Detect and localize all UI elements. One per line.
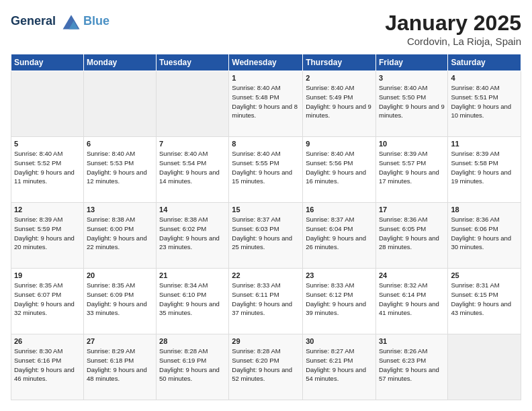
day-number: 21 [159, 271, 226, 279]
day-number: 28 [159, 337, 226, 345]
day-number: 23 [306, 271, 373, 279]
day-info: Sunrise: 8:40 AMSunset: 5:48 PMDaylight:… [232, 83, 300, 120]
day-number: 2 [306, 74, 373, 82]
table-row: 18Sunrise: 8:36 AMSunset: 6:06 PMDayligh… [448, 203, 521, 269]
day-number: 19 [14, 271, 81, 279]
day-number: 24 [379, 271, 445, 279]
day-info: Sunrise: 8:34 AMSunset: 6:10 PMDaylight:… [159, 281, 226, 318]
title-block: January 2025 Cordovin, La Rioja, Spain [385, 11, 521, 47]
day-number: 4 [451, 74, 518, 82]
header: General Blue January 2025 Cordovin, La R… [11, 11, 521, 47]
day-info: Sunrise: 8:33 AMSunset: 6:12 PMDaylight:… [306, 281, 373, 318]
day-number: 26 [14, 337, 81, 345]
table-row: 2Sunrise: 8:40 AMSunset: 5:49 PMDaylight… [303, 71, 376, 137]
day-number: 6 [87, 140, 153, 148]
table-row: 26Sunrise: 8:30 AMSunset: 6:16 PMDayligh… [11, 334, 84, 400]
calendar-week-row: 12Sunrise: 8:39 AMSunset: 5:59 PMDayligh… [11, 203, 521, 269]
day-number: 3 [379, 74, 445, 82]
table-row: 11Sunrise: 8:39 AMSunset: 5:58 PMDayligh… [448, 137, 521, 203]
day-number: 29 [232, 337, 300, 345]
table-row: 12Sunrise: 8:39 AMSunset: 5:59 PMDayligh… [11, 203, 84, 269]
day-info: Sunrise: 8:40 AMSunset: 5:52 PMDaylight:… [14, 149, 81, 186]
day-number: 25 [451, 271, 518, 279]
day-number: 15 [232, 205, 300, 214]
day-info: Sunrise: 8:40 AMSunset: 5:55 PMDaylight:… [232, 149, 300, 186]
table-row: 7Sunrise: 8:40 AMSunset: 5:54 PMDaylight… [157, 137, 229, 203]
calendar-week-row: 5Sunrise: 8:40 AMSunset: 5:52 PMDaylight… [11, 137, 521, 203]
table-row: 20Sunrise: 8:35 AMSunset: 6:09 PMDayligh… [83, 269, 156, 334]
day-number: 17 [379, 205, 445, 214]
table-row: 17Sunrise: 8:36 AMSunset: 6:05 PMDayligh… [375, 203, 447, 269]
table-row: 10Sunrise: 8:39 AMSunset: 5:57 PMDayligh… [375, 137, 447, 203]
day-number: 8 [232, 140, 300, 148]
table-row: 24Sunrise: 8:32 AMSunset: 6:14 PMDayligh… [375, 269, 447, 334]
table-row [83, 71, 156, 137]
day-info: Sunrise: 8:36 AMSunset: 6:05 PMDaylight:… [379, 215, 445, 252]
calendar-week-row: 26Sunrise: 8:30 AMSunset: 6:16 PMDayligh… [11, 334, 521, 400]
day-info: Sunrise: 8:26 AMSunset: 6:23 PMDaylight:… [379, 347, 445, 383]
col-thursday: Thursday [303, 54, 376, 71]
table-row: 31Sunrise: 8:26 AMSunset: 6:23 PMDayligh… [375, 334, 447, 400]
day-number: 30 [306, 337, 373, 345]
col-wednesday: Wednesday [229, 54, 303, 71]
day-info: Sunrise: 8:29 AMSunset: 6:18 PMDaylight:… [87, 347, 153, 383]
table-row: 29Sunrise: 8:28 AMSunset: 6:20 PMDayligh… [229, 334, 303, 400]
day-info: Sunrise: 8:37 AMSunset: 6:03 PMDaylight:… [232, 215, 300, 252]
day-info: Sunrise: 8:35 AMSunset: 6:09 PMDaylight:… [87, 281, 153, 318]
day-info: Sunrise: 8:40 AMSunset: 5:53 PMDaylight:… [87, 149, 153, 186]
day-info: Sunrise: 8:37 AMSunset: 6:04 PMDaylight:… [306, 215, 373, 252]
day-info: Sunrise: 8:40 AMSunset: 5:56 PMDaylight:… [306, 149, 373, 186]
table-row [157, 71, 229, 137]
day-number: 16 [306, 205, 373, 214]
day-number: 18 [451, 205, 518, 214]
day-number: 11 [451, 140, 518, 148]
table-row: 15Sunrise: 8:37 AMSunset: 6:03 PMDayligh… [229, 203, 303, 269]
col-sunday: Sunday [11, 54, 84, 71]
table-row: 21Sunrise: 8:34 AMSunset: 6:10 PMDayligh… [157, 269, 229, 334]
calendar-header-row: Sunday Monday Tuesday Wednesday Thursday… [11, 54, 521, 71]
day-number: 31 [379, 337, 445, 345]
day-number: 22 [232, 271, 300, 279]
table-row: 25Sunrise: 8:31 AMSunset: 6:15 PMDayligh… [448, 269, 521, 334]
logo-text: General [11, 11, 82, 32]
day-info: Sunrise: 8:40 AMSunset: 5:51 PMDaylight:… [451, 83, 518, 120]
table-row: 30Sunrise: 8:27 AMSunset: 6:21 PMDayligh… [303, 334, 376, 400]
table-row: 4Sunrise: 8:40 AMSunset: 5:51 PMDaylight… [448, 71, 521, 137]
day-number: 9 [306, 140, 373, 148]
day-info: Sunrise: 8:39 AMSunset: 5:59 PMDaylight:… [14, 215, 81, 252]
day-info: Sunrise: 8:40 AMSunset: 5:49 PMDaylight:… [306, 83, 373, 120]
day-info: Sunrise: 8:40 AMSunset: 5:54 PMDaylight:… [159, 149, 226, 186]
table-row: 6Sunrise: 8:40 AMSunset: 5:53 PMDaylight… [83, 137, 156, 203]
day-number: 1 [232, 74, 300, 82]
table-row [448, 334, 521, 400]
day-info: Sunrise: 8:28 AMSunset: 6:20 PMDaylight:… [232, 347, 300, 383]
table-row: 22Sunrise: 8:33 AMSunset: 6:11 PMDayligh… [229, 269, 303, 334]
day-info: Sunrise: 8:38 AMSunset: 6:02 PMDaylight:… [159, 215, 226, 252]
table-row: 19Sunrise: 8:35 AMSunset: 6:07 PMDayligh… [11, 269, 84, 334]
table-row: 9Sunrise: 8:40 AMSunset: 5:56 PMDaylight… [303, 137, 376, 203]
table-row: 14Sunrise: 8:38 AMSunset: 6:02 PMDayligh… [157, 203, 229, 269]
logo-line2: Blue [83, 15, 109, 28]
table-row: 28Sunrise: 8:28 AMSunset: 6:19 PMDayligh… [157, 334, 229, 400]
col-saturday: Saturday [448, 54, 521, 71]
table-row: 16Sunrise: 8:37 AMSunset: 6:04 PMDayligh… [303, 203, 376, 269]
logo: General Blue [11, 11, 109, 32]
table-row: 3Sunrise: 8:40 AMSunset: 5:50 PMDaylight… [375, 71, 447, 137]
day-info: Sunrise: 8:30 AMSunset: 6:16 PMDaylight:… [14, 347, 81, 383]
col-tuesday: Tuesday [157, 54, 229, 71]
day-info: Sunrise: 8:35 AMSunset: 6:07 PMDaylight:… [14, 281, 81, 318]
day-info: Sunrise: 8:40 AMSunset: 5:50 PMDaylight:… [379, 83, 445, 120]
day-info: Sunrise: 8:32 AMSunset: 6:14 PMDaylight:… [379, 281, 445, 318]
day-info: Sunrise: 8:27 AMSunset: 6:21 PMDaylight:… [306, 347, 373, 383]
day-info: Sunrise: 8:39 AMSunset: 5:57 PMDaylight:… [379, 149, 445, 186]
day-number: 5 [14, 140, 81, 148]
table-row: 27Sunrise: 8:29 AMSunset: 6:18 PMDayligh… [83, 334, 156, 400]
page: General Blue January 2025 Cordovin, La R… [0, 0, 532, 411]
day-info: Sunrise: 8:33 AMSunset: 6:11 PMDaylight:… [232, 281, 300, 318]
location: Cordovin, La Rioja, Spain [385, 36, 521, 47]
logo-line1: General [11, 14, 56, 28]
day-info: Sunrise: 8:28 AMSunset: 6:19 PMDaylight:… [159, 347, 226, 383]
day-info: Sunrise: 8:36 AMSunset: 6:06 PMDaylight:… [451, 215, 518, 252]
day-number: 12 [14, 205, 81, 214]
month-title: January 2025 [385, 11, 521, 36]
